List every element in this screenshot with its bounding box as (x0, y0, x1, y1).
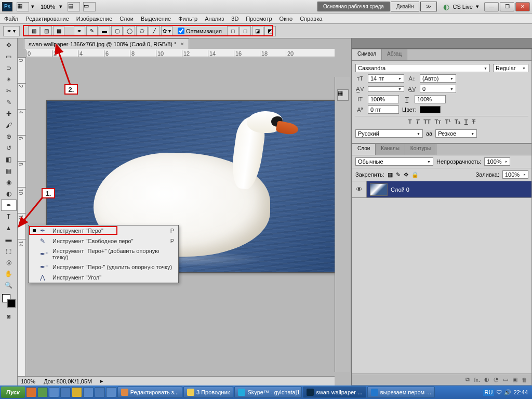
fill-pixels-mode[interactable]: ▩ (53, 26, 64, 36)
flyout-add-anchor[interactable]: ✒⁺Инструмент "Перо+" (добавить опорную т… (29, 246, 178, 262)
font-family-select[interactable]: Cassandra▼ (355, 64, 490, 72)
hscale-input[interactable]: 100% (415, 95, 446, 103)
menu-edit[interactable]: Редактирование (25, 16, 69, 22)
antialias-select[interactable]: Резкое▼ (435, 129, 477, 138)
close-button[interactable]: ✕ (515, 2, 530, 11)
minimize-button[interactable]: — (484, 2, 499, 11)
menu-view[interactable]: Просмотр (246, 16, 272, 22)
baseline-input[interactable]: 0 пт (368, 105, 399, 114)
workspace-essentials[interactable]: Основная рабочая среда (317, 2, 390, 11)
style-subscript[interactable]: T₁ (455, 118, 460, 125)
tray-icon[interactable]: 🔊 (504, 389, 511, 396)
close-tab-icon[interactable]: ✕ (180, 42, 184, 47)
ql-icon[interactable] (26, 387, 36, 397)
menu-analysis[interactable]: Анализ (205, 16, 224, 22)
blend-mode-select[interactable]: Обычные▼ (355, 157, 433, 166)
tab-layers[interactable]: Слои (352, 144, 376, 155)
menu-3d[interactable]: 3D (231, 16, 238, 22)
lock-move-icon[interactable]: ✥ (404, 171, 408, 178)
background-color[interactable] (7, 299, 16, 308)
flyout-freeform-pen[interactable]: ✎Инструмент "Свободное перо"P (29, 236, 178, 246)
font-size-select[interactable]: 14 пт▼ (368, 74, 404, 83)
path-select-tool[interactable]: ▲ (1, 222, 17, 234)
workspace-more[interactable]: ≫ (420, 2, 437, 11)
dodge-tool[interactable]: ◐ (1, 188, 17, 200)
task-browser[interactable]: Редактировать з... (117, 387, 182, 398)
menu-window[interactable]: Окно (280, 16, 293, 22)
menu-layers[interactable]: Слои (119, 16, 134, 22)
task-explorer[interactable]: 3 Проводник (183, 387, 233, 398)
ql-icon[interactable] (106, 387, 116, 397)
menu-help[interactable]: Справка (300, 16, 322, 22)
3d-camera-tool[interactable]: ◎ (1, 257, 17, 268)
move-tool[interactable]: ✥ (1, 39, 17, 51)
screen-mode-icon[interactable]: ▭ (83, 2, 96, 11)
marquee-tool[interactable]: ▭ (1, 51, 17, 62)
pathop-subtract[interactable]: ◪ (252, 26, 263, 36)
ql-icon[interactable] (49, 387, 59, 397)
delete-layer-icon[interactable]: 🗑 (522, 377, 527, 383)
lock-pixels-icon[interactable]: ▦ (388, 171, 393, 178)
lasso-tool[interactable]: ⊃ (1, 62, 17, 74)
tracking-select[interactable]: 0▼ (420, 85, 456, 93)
style-italic[interactable]: T (416, 118, 419, 125)
bridge-icon[interactable]: ▦ (17, 2, 29, 11)
style-smallcaps[interactable]: Tт (435, 118, 441, 125)
tray-icon[interactable]: 🛡 (496, 389, 502, 395)
kerning-select[interactable]: ▼ (368, 86, 404, 92)
crop-tool[interactable]: ✂ (1, 85, 17, 97)
ellipse-shape-icon[interactable]: ◯ (124, 26, 135, 36)
style-underline[interactable]: T (464, 118, 468, 125)
tray-lang[interactable]: RU (483, 389, 495, 396)
tray-clock[interactable]: 22:44 (513, 389, 528, 395)
optimize-checkbox[interactable]: Оптимизация (178, 28, 222, 34)
history-brush-tool[interactable]: ↺ (1, 142, 17, 154)
layer-row[interactable]: 👁 Слой 0 (352, 181, 531, 198)
task-skype[interactable]: Skype™ - gylchataj1 (234, 387, 302, 398)
adjustment-icon[interactable]: ◔ (494, 376, 499, 383)
tab-character[interactable]: Символ (352, 49, 382, 60)
tab-paragraph[interactable]: Абзац (382, 49, 407, 60)
zoom-tool[interactable]: 🔍 (1, 280, 17, 291)
vscale-input[interactable]: 100% (368, 95, 399, 103)
pen-tool-preset[interactable]: ✒ ▾ (3, 26, 20, 36)
collapsed-panel-strip[interactable]: ▦ (335, 77, 351, 372)
tab-paths[interactable]: Контуры (405, 144, 436, 155)
ql-icon[interactable] (95, 387, 105, 397)
quick-select-tool[interactable]: ✴ (1, 74, 17, 85)
link-layers-icon[interactable]: ⧉ (466, 376, 470, 383)
menu-select[interactable]: Выделение (141, 16, 171, 22)
freeform-pen-icon[interactable]: ✎ (86, 26, 98, 36)
eraser-tool[interactable]: ◧ (1, 154, 17, 165)
pen-tool[interactable]: ✒ (1, 200, 17, 211)
flyout-convert-point[interactable]: ⋀Инструмент "Угол" (29, 272, 178, 283)
fill-input[interactable]: 100%▸ (502, 170, 528, 179)
font-style-select[interactable]: Regular▼ (493, 64, 528, 72)
maximize-button[interactable]: ❐ (500, 2, 514, 11)
language-select[interactable]: Русский▼ (355, 129, 423, 138)
rect-shape-icon[interactable]: ▬ (99, 26, 110, 36)
layer-thumbnail[interactable] (370, 183, 388, 196)
menu-file[interactable]: Файл (4, 16, 18, 22)
lock-all-icon[interactable]: 🔒 (411, 171, 419, 178)
new-layer-icon[interactable]: ▣ (512, 376, 517, 383)
status-zoom[interactable]: 100% (21, 378, 35, 384)
polygon-shape-icon[interactable]: ⬠ (136, 26, 148, 36)
arrange-icon[interactable]: ▤ (68, 2, 80, 11)
layer-visibility-icon[interactable]: 👁 (352, 181, 367, 197)
task-word[interactable]: вырезаем пером -... (367, 387, 435, 398)
line-shape-icon[interactable]: ╱ (149, 26, 160, 36)
stamp-tool[interactable]: ⊕ (1, 131, 17, 142)
rrect-shape-icon[interactable]: ▢ (111, 26, 123, 36)
ql-icon[interactable] (83, 387, 94, 397)
style-allcaps[interactable]: TT (423, 118, 430, 125)
fx-icon[interactable]: fx. (474, 377, 480, 383)
style-superscript[interactable]: T¹ (445, 118, 450, 125)
color-picker[interactable] (2, 294, 16, 308)
gradient-tool[interactable]: ▦ (1, 165, 17, 177)
brush-tool[interactable]: 🖌 (1, 119, 17, 131)
document-tab[interactable]: swan-wallpaper-1366x768.jpg @ 100% (Слой… (24, 38, 189, 49)
shape-layers-mode[interactable]: ▧ (28, 26, 39, 36)
mb-icon[interactable]: ▦ (337, 89, 349, 101)
healing-tool[interactable]: ✚ (1, 108, 17, 119)
